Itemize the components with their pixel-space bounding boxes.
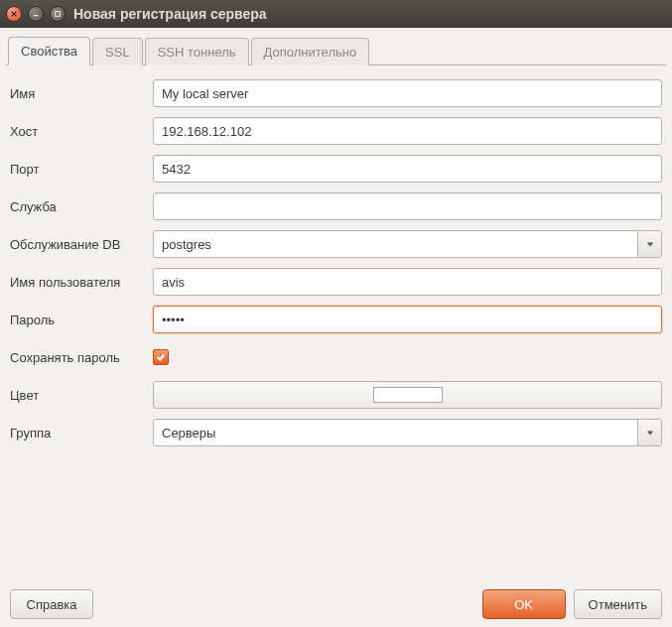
host-label: Хост [8, 124, 153, 139]
port-label: Порт [8, 162, 153, 177]
button-label: OK [514, 597, 533, 612]
tab-advanced[interactable]: Дополнительно [251, 38, 370, 65]
tab-label: SSL [105, 45, 130, 60]
maximize-icon[interactable] [50, 6, 66, 22]
tab-ssl[interactable]: SSL [92, 38, 143, 65]
maintenance-db-combo[interactable]: postgres [153, 230, 662, 258]
color-button[interactable] [153, 381, 662, 409]
svg-rect-3 [56, 12, 61, 17]
tab-properties[interactable]: Свойства [8, 37, 90, 65]
combo-value: Серверы [154, 426, 637, 440]
password-input[interactable] [153, 306, 662, 333]
titlebar: Новая регистрация сервера [0, 0, 672, 28]
cancel-button[interactable]: Отменить [574, 589, 662, 619]
color-swatch [373, 387, 443, 403]
ok-button[interactable]: OK [482, 589, 566, 619]
tab-bar: Свойства SSL SSH тоннель Дополнительно [6, 34, 666, 65]
service-input[interactable] [153, 192, 662, 220]
name-label: Имя [8, 86, 153, 101]
svg-marker-5 [646, 431, 652, 435]
tab-label: Свойства [21, 44, 77, 59]
svg-marker-4 [646, 242, 652, 246]
password-label: Пароль [8, 313, 153, 327]
chevron-down-icon [637, 420, 661, 445]
host-input[interactable] [153, 117, 662, 145]
button-bar: Справка OK Отменить [6, 583, 666, 627]
form-area: Имя Хост Порт Служба Обслуживание DB pos… [6, 65, 666, 583]
window-title: Новая регистрация сервера [73, 6, 267, 22]
username-label: Имя пользователя [8, 275, 153, 290]
chevron-down-icon [637, 231, 661, 257]
button-label: Отменить [589, 597, 647, 612]
window-buttons [6, 6, 66, 22]
save-password-label: Сохранять пароль [8, 350, 153, 365]
maintenance-db-label: Обслуживание DB [8, 237, 153, 252]
username-input[interactable] [153, 268, 662, 296]
service-label: Служба [8, 199, 153, 214]
group-combo[interactable]: Серверы [153, 419, 662, 446]
button-label: Справка [27, 597, 77, 612]
tab-label: SSH тоннель [158, 45, 236, 60]
close-icon[interactable] [6, 6, 22, 22]
combo-value: postgres [154, 237, 637, 252]
help-button[interactable]: Справка [10, 589, 93, 619]
tab-ssh-tunnel[interactable]: SSH тоннель [145, 38, 249, 65]
save-password-checkbox[interactable] [153, 349, 169, 365]
name-input[interactable] [153, 79, 662, 107]
color-label: Цвет [8, 388, 153, 403]
group-label: Группа [8, 426, 153, 440]
minimize-icon[interactable] [28, 6, 44, 22]
port-input[interactable] [153, 155, 662, 183]
tab-label: Дополнительно [264, 45, 357, 60]
